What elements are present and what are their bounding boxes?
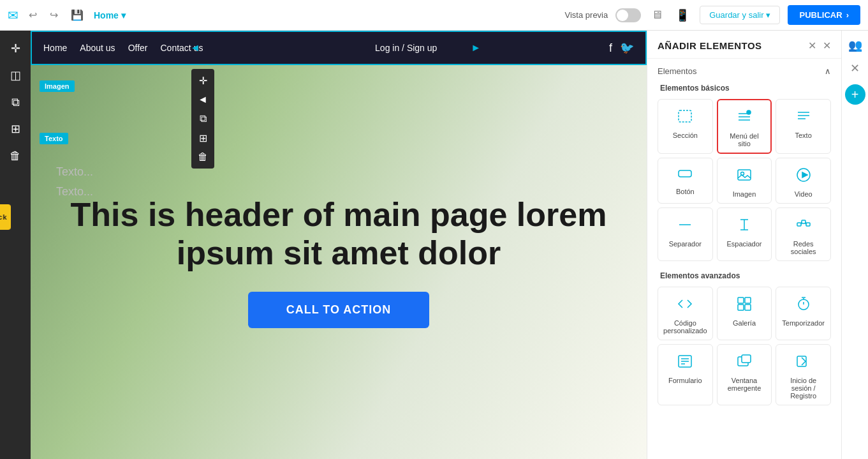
imagen-el-label: Imagen xyxy=(733,190,756,198)
twitter-icon[interactable]: 🐦 xyxy=(620,41,634,55)
nav-home[interactable]: Home xyxy=(43,43,67,53)
users-icon[interactable]: 👥 xyxy=(848,38,862,52)
nav-arrow-right[interactable]: ► xyxy=(471,42,481,54)
copy-element-icon[interactable]: ⧉ xyxy=(194,110,212,128)
publicar-button[interactable]: PUBLICAR › xyxy=(788,5,860,25)
element-card-imagen[interactable]: Imagen xyxy=(717,158,772,204)
panel-title: AÑADIR ELEMENTOS xyxy=(658,40,762,51)
left-toolbar: ✛ ◫ ⧉ ⊞ 🗑 xyxy=(0,31,31,459)
floating-mini-toolbar: ✛ ◄ ⧉ ⊞ 🗑 xyxy=(191,69,214,169)
formulario-icon xyxy=(677,354,693,373)
element-card-codigo[interactable]: Código personalizado xyxy=(658,287,713,340)
delete-element-icon[interactable]: 🗑 xyxy=(194,148,212,166)
right-panel: AÑADIR ELEMENTOS ✕ ✕ Elementos ∧ Element… xyxy=(647,31,841,459)
imagen-el-icon xyxy=(737,167,752,186)
add-button[interactable]: + xyxy=(845,84,865,105)
resize-left-icon[interactable]: ◄ xyxy=(194,91,212,109)
texto-el-label: Texto xyxy=(795,132,812,139)
placeholder-line-2: Texto... xyxy=(50,184,99,200)
topbar: ✉ ↩ ↪ 💾 Home ▾ Vista previa 🖥 📱 Guardar … xyxy=(0,0,868,31)
move-icon[interactable]: ✛ xyxy=(194,71,212,89)
redes-icon xyxy=(796,217,811,236)
svg-marker-12 xyxy=(802,172,807,177)
temporizador-label: Temporizador xyxy=(782,319,825,327)
codigo-icon xyxy=(677,296,693,315)
layers-icon[interactable]: ◫ xyxy=(4,64,27,87)
element-card-video[interactable]: Video xyxy=(776,158,831,204)
svg-line-21 xyxy=(805,222,806,225)
element-card-menu-sitio[interactable]: Menú del sitio xyxy=(717,99,772,154)
panel-elementos-section: Elementos ∧ Elementos básicos Sección xyxy=(647,59,841,423)
duplicate-element-icon[interactable]: ⊞ xyxy=(194,129,212,147)
svg-rect-0 xyxy=(679,110,691,122)
panel-close-x[interactable]: ✕ xyxy=(808,40,816,52)
feedback-tab[interactable]: Feedback xyxy=(0,204,10,230)
svg-rect-19 xyxy=(806,223,810,226)
galeria-label: Galería xyxy=(733,319,756,327)
nav-login[interactable]: Log in / Sign up xyxy=(375,43,437,53)
copy-icon[interactable]: ⧉ xyxy=(4,91,27,114)
panel-header-icons: ✕ ✕ xyxy=(808,40,831,52)
element-card-redes[interactable]: Redes sociales xyxy=(776,207,831,261)
element-card-ventana[interactable]: Ventana emergente xyxy=(717,344,772,405)
basicos-title: Elementos básicos xyxy=(658,84,831,93)
hero-section: Texto... Texto... This is header of main… xyxy=(31,65,647,459)
inicio-sesion-label: Inicio de sesión / Registro xyxy=(781,377,825,400)
nav-arrow-left[interactable]: ◄ xyxy=(190,42,200,54)
element-card-temporizador[interactable]: Temporizador xyxy=(776,287,831,340)
element-card-separador[interactable]: Separador xyxy=(658,207,713,261)
preview-toggle[interactable] xyxy=(615,8,641,22)
undo-icon[interactable]: ↩ xyxy=(26,6,40,24)
desktop-icon[interactable]: 🖥 xyxy=(649,6,665,24)
element-card-boton[interactable]: Botón xyxy=(658,158,713,204)
delete-icon[interactable]: 🗑 xyxy=(4,144,27,167)
panel-close-btn[interactable]: ✕ xyxy=(823,40,831,52)
svg-rect-24 xyxy=(738,305,744,310)
hero-content: This is header of main page lorem ipsum … xyxy=(58,183,620,341)
advanced-elements-grid: Código personalizado Galería xyxy=(658,287,831,405)
add-element-icon[interactable]: ✛ xyxy=(4,37,27,60)
mobile-icon[interactable]: 📱 xyxy=(673,6,692,25)
home-nav[interactable]: Home ▾ xyxy=(94,10,126,20)
nav-about[interactable]: About us xyxy=(80,43,115,53)
website-preview: Home About us Offer Contact us ◄ Log in … xyxy=(31,31,647,459)
boton-label: Botón xyxy=(676,188,695,195)
element-card-texto[interactable]: Texto xyxy=(776,99,831,154)
facebook-icon[interactable]: f xyxy=(609,41,612,55)
svg-rect-23 xyxy=(745,297,751,303)
espaciador-icon xyxy=(737,217,752,236)
menu-sitio-icon xyxy=(737,109,752,128)
vista-previa-label: Vista previa xyxy=(565,10,608,20)
redo-icon[interactable]: ↪ xyxy=(47,6,61,24)
duplicate-icon[interactable]: ⊞ xyxy=(4,117,27,140)
nav-center: Log in / Sign up xyxy=(203,43,609,53)
guardar-button[interactable]: Guardar y salir ▾ xyxy=(700,6,780,24)
svg-rect-17 xyxy=(797,223,801,226)
element-card-seccion[interactable]: Sección xyxy=(658,99,713,154)
placeholder-text-1: Texto... Texto... xyxy=(50,164,99,204)
svg-rect-8 xyxy=(679,170,691,177)
element-card-espaciador[interactable]: Espaciador xyxy=(717,207,772,261)
element-card-formulario[interactable]: Formulario xyxy=(658,344,713,405)
cta-button[interactable]: CALL TO ACTION xyxy=(248,292,430,328)
panel-section-header[interactable]: Elementos ∧ xyxy=(658,66,831,76)
app-logo: ✉ xyxy=(8,8,18,23)
svg-point-4 xyxy=(747,110,751,114)
save-icon[interactable]: 💾 xyxy=(68,6,86,24)
elementos-collapse-icon[interactable]: ∧ xyxy=(825,66,831,76)
far-right-panel: 👥 ✕ + xyxy=(841,31,868,459)
avanzados-title: Elementos avanzados xyxy=(658,271,831,280)
svg-rect-18 xyxy=(802,220,805,223)
element-card-galeria[interactable]: Galería xyxy=(717,287,772,340)
far-right-x[interactable]: ✕ xyxy=(850,61,860,75)
separador-icon xyxy=(677,217,693,236)
svg-rect-9 xyxy=(738,170,751,180)
nav-social: f 🐦 xyxy=(609,41,634,55)
element-card-inicio-sesion[interactable]: Inicio de sesión / Registro xyxy=(776,344,831,405)
nav-offer[interactable]: Offer xyxy=(128,43,148,53)
nav-links: Home About us Offer Contact us xyxy=(43,43,203,53)
texto-el-icon xyxy=(796,109,811,128)
canvas-area: Home About us Offer Contact us ◄ Log in … xyxy=(31,31,647,459)
basic-elements-grid: Sección Menú del sitio xyxy=(658,99,831,261)
seccion-label: Sección xyxy=(673,132,698,139)
